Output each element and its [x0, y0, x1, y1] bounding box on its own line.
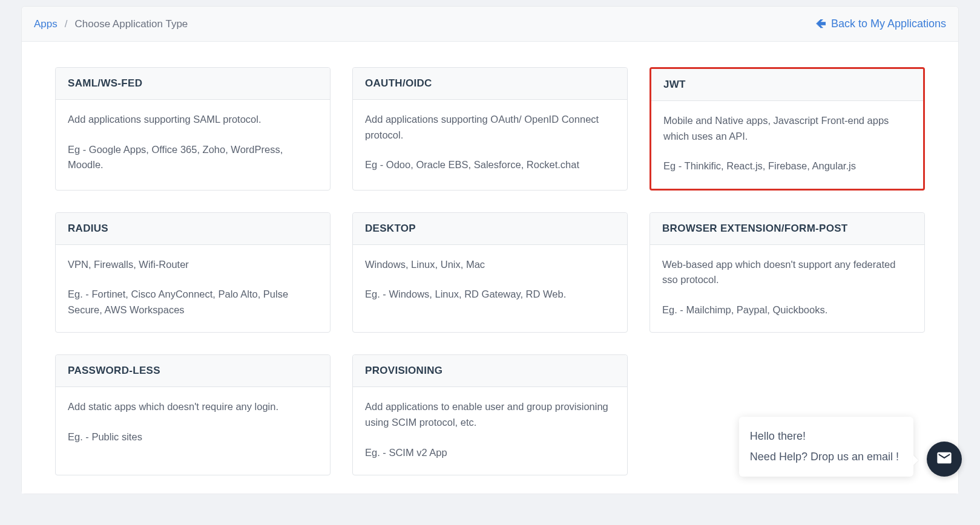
chat-help-text: Need Help? Drop us an email ! — [750, 447, 899, 467]
app-type-card-saml-ws-fed[interactable]: SAML/WS-FEDAdd applications supporting S… — [55, 67, 331, 191]
card-description: Add applications supporting SAML protoco… — [68, 112, 318, 128]
card-body: Web-based app which doesn't support any … — [650, 245, 924, 333]
back-to-applications-link[interactable]: 🡸 Back to My Applications — [815, 18, 946, 30]
app-type-card-desktop[interactable]: DESKTOPWindows, Linux, Unix, MacEg. - Wi… — [352, 212, 628, 333]
card-header: DESKTOP — [353, 213, 627, 245]
card-header: PROVISIONING — [353, 355, 627, 387]
app-type-card-password-less[interactable]: PASSWORD-LESSAdd static apps which doesn… — [55, 354, 331, 475]
card-example: Eg. - SCIM v2 App — [365, 445, 615, 461]
application-type-grid: SAML/WS-FEDAdd applications supporting S… — [55, 67, 925, 475]
card-title: PASSWORD-LESS — [68, 365, 318, 377]
card-title: PROVISIONING — [365, 365, 615, 377]
app-type-card-browser-extension-form-post[interactable]: BROWSER EXTENSION/FORM-POSTWeb-based app… — [649, 212, 925, 333]
breadcrumb: Apps / Choose Application Type — [34, 18, 188, 30]
card-example: Eg. - Windows, Linux, RD Gateway, RD Web… — [365, 287, 615, 302]
app-type-card-oauth-oidc[interactable]: OAUTH/OIDCAdd applications supporting OA… — [352, 67, 628, 191]
card-title: JWT — [663, 79, 911, 91]
card-body: VPN, Firewalls, Wifi-RouterEg. - Fortine… — [56, 245, 330, 333]
chat-fab-button[interactable] — [927, 442, 962, 477]
card-description: Mobile and Native apps, Javascript Front… — [663, 113, 911, 144]
card-example: Eg. - Fortinet, Cisco AnyConnect, Palo A… — [68, 287, 318, 318]
card-header: BROWSER EXTENSION/FORM-POST — [650, 213, 924, 245]
card-description: Windows, Linux, Unix, Mac — [365, 257, 615, 273]
card-title: SAML/WS-FED — [68, 77, 318, 90]
card-header: SAML/WS-FED — [56, 68, 330, 100]
app-type-card-provisioning[interactable]: PROVISIONINGAdd applications to enable u… — [352, 354, 628, 475]
card-body: Mobile and Native apps, Javascript Front… — [651, 101, 923, 189]
chat-help-popup: Hello there! Need Help? Drop us an email… — [739, 417, 913, 477]
breadcrumb-current: Choose Application Type — [74, 18, 188, 30]
back-link-label: Back to My Applications — [831, 18, 946, 30]
breadcrumb-apps-link[interactable]: Apps — [34, 18, 58, 30]
card-example: Eg. - Public sites — [68, 429, 318, 445]
card-example: Eg - Odoo, Oracle EBS, Salesforce, Rocke… — [365, 157, 615, 173]
card-title: BROWSER EXTENSION/FORM-POST — [662, 223, 912, 235]
card-description: Add applications to enable user and grou… — [365, 399, 615, 430]
card-title: DESKTOP — [365, 223, 615, 235]
card-header: OAUTH/OIDC — [353, 68, 627, 100]
breadcrumb-separator: / — [65, 18, 68, 30]
card-title: RADIUS — [68, 223, 318, 235]
arrow-left-icon: 🡸 — [815, 18, 826, 30]
card-description: Add static apps which doesn't require an… — [68, 399, 318, 415]
card-body: Windows, Linux, Unix, MacEg. - Windows, … — [353, 245, 627, 317]
breadcrumb-bar: Apps / Choose Application Type 🡸 Back to… — [22, 7, 958, 42]
card-body: Add applications to enable user and grou… — [353, 387, 627, 475]
card-body: Add applications supporting OAuth/ OpenI… — [353, 100, 627, 188]
chat-greeting: Hello there! — [750, 426, 899, 446]
card-title: OAUTH/OIDC — [365, 77, 615, 90]
card-example: Eg - Google Apps, Office 365, Zoho, Word… — [68, 142, 318, 173]
card-description: Web-based app which doesn't support any … — [662, 257, 912, 288]
card-header: PASSWORD-LESS — [56, 355, 330, 387]
app-type-card-jwt[interactable]: JWTMobile and Native apps, Javascript Fr… — [649, 67, 925, 191]
mail-icon — [936, 449, 953, 469]
card-body: Add static apps which doesn't require an… — [56, 387, 330, 459]
card-header: JWT — [651, 69, 923, 101]
card-body: Add applications supporting SAML protoco… — [56, 100, 330, 188]
card-description: VPN, Firewalls, Wifi-Router — [68, 257, 318, 273]
card-example: Eg - Thinkific, React.js, Firebase, Angu… — [663, 158, 911, 174]
card-example: Eg. - Mailchimp, Paypal, Quickbooks. — [662, 302, 912, 318]
chat-popup-arrow — [913, 455, 918, 466]
card-header: RADIUS — [56, 213, 330, 245]
app-type-card-radius[interactable]: RADIUSVPN, Firewalls, Wifi-RouterEg. - F… — [55, 212, 331, 333]
card-description: Add applications supporting OAuth/ OpenI… — [365, 112, 615, 143]
